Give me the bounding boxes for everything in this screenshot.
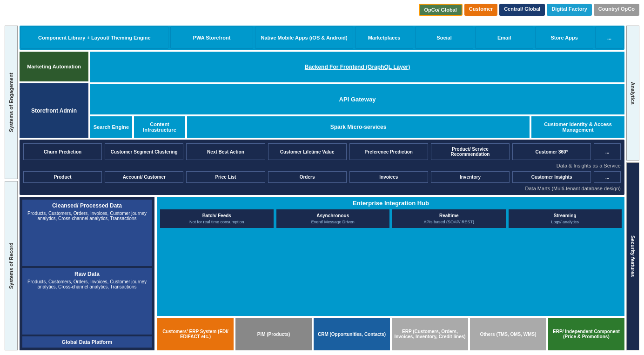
data-insights-row: Churn Prediction Customer Segment Cluste… <box>23 143 621 160</box>
chip-segment: Customer Segment Clustering <box>105 143 183 160</box>
analytics-label: Analytics <box>626 26 639 161</box>
legend: OpCo/ Global Customer Central/ Global Di… <box>419 4 640 16</box>
record-label: Systems of Record <box>5 181 18 350</box>
ciam-box: Customer Identity & Access Management <box>531 116 624 138</box>
method-streaming: Streaming Logs/ analytics <box>509 209 622 228</box>
mart-customer-insights: Customer Insights <box>512 171 591 183</box>
method-async: Asynchronous Event/ Message Driven <box>276 209 390 228</box>
integration-methods: Batch/ Feeds Not for real time consumpti… <box>160 209 622 228</box>
record-section: Cleansed/ Processed Data Products, Custo… <box>20 197 624 350</box>
right-engagement: Backend For Frontend (GraphQL Layer) API… <box>90 52 624 138</box>
channel-bar: Component Library + Layout/ Theming Engi… <box>20 26 624 50</box>
mart-more: ... <box>594 171 621 183</box>
content-infra-box: Content Infrastructure <box>134 116 185 138</box>
bff-text: Backend For Frontend (GraphQL Layer) <box>305 64 410 70</box>
chip-preference: Preference Prediction <box>349 143 428 160</box>
integration-area: Enterprise Integration Hub Batch/ Feeds … <box>157 197 624 350</box>
gdp-cleansed-box: Cleansed/ Processed Data Products, Custo… <box>22 200 152 266</box>
erp-crm: CRM (Opportunities, Contacts) <box>314 318 390 350</box>
chip-customer360: Customer 360° <box>512 143 591 160</box>
api-gateway-bar: API Gateway <box>90 84 624 115</box>
gdp-raw-box: Raw Data Products, Customers, Orders, In… <box>22 268 152 335</box>
data-marts-label: Data Marts (Multi-tenant database design… <box>23 186 621 191</box>
data-section: Churn Prediction Customer Segment Cluste… <box>20 140 624 195</box>
channel-email: Email <box>475 27 533 49</box>
channel-pwa: PWA Storefront <box>170 27 254 49</box>
legend-country: Country/ OpCo <box>594 4 639 16</box>
search-engine-box: Search Engine <box>90 116 132 138</box>
global-data-platform: Cleansed/ Processed Data Products, Custo… <box>20 197 154 350</box>
channel-marketplaces: Marketplaces <box>355 27 413 49</box>
chip-next-best: Next Best Action <box>186 143 265 160</box>
enterprise-hub-title: Enterprise Integration Hub <box>160 200 622 207</box>
erp-others: Others (TMS, OMS, WMS) <box>470 318 546 350</box>
channel-component-library: Component Library + Layout/ Theming Engi… <box>20 27 168 49</box>
channel-social: Social <box>415 27 473 49</box>
security-label: Security features <box>626 162 639 350</box>
gdp-footer: Global Data Platform <box>22 336 152 348</box>
chip-product-rec: Product/ Service Recommendation <box>431 143 510 160</box>
legend-customer: Customer <box>464 4 497 16</box>
mart-account: Account/ Customer <box>105 171 183 183</box>
bff-bar: Backend For Frontend (GraphQL Layer) <box>90 52 624 82</box>
data-insights-label: Data & Insights as a Service <box>23 163 621 168</box>
erp-erp: ERP (Customers, Orders, Invoices, Invent… <box>392 318 468 350</box>
main-wrapper: Systems of Engagement Systems of Record … <box>5 26 639 350</box>
right-labels: Analytics Security features <box>626 26 639 350</box>
mart-pricelist: Price List <box>186 171 265 183</box>
engagement-section: Marketing Automation Storefront Admin Ba… <box>20 52 624 138</box>
left-labels: Systems of Engagement Systems of Record <box>5 26 18 350</box>
channel-store-apps: Store Apps <box>535 27 593 49</box>
channel-more: ... <box>595 27 624 49</box>
chip-more-insights: ... <box>594 143 621 160</box>
left-boxes: Marketing Automation Storefront Admin <box>20 52 88 138</box>
legend-central: Central/ Global <box>499 4 545 16</box>
data-marts-row: Product Account/ Customer Price List Ord… <box>23 171 621 183</box>
mart-product: Product <box>23 171 102 183</box>
chip-lifetime: Customer Lifetime Value <box>268 143 347 160</box>
marketing-automation-box: Marketing Automation <box>20 52 88 81</box>
engagement-label: Systems of Engagement <box>5 26 18 179</box>
erp-independent: ERP/ Independent Component (Price & Prom… <box>548 318 624 350</box>
mart-invoices: Invoices <box>349 171 428 183</box>
erp-customers: Customers' ERP System (EDI/ EDIFACT etc.… <box>157 318 234 350</box>
legend-digital: Digital Factory <box>547 4 591 16</box>
method-batch: Batch/ Feeds Not for real time consumpti… <box>160 209 274 228</box>
spark-micro-box: Spark Micro-services <box>187 116 530 138</box>
mart-inventory: Inventory <box>431 171 510 183</box>
chip-churn: Churn Prediction <box>23 143 102 160</box>
enterprise-hub: Enterprise Integration Hub Batch/ Feeds … <box>157 197 624 316</box>
erp-systems: Customers' ERP System (EDI/ EDIFACT etc.… <box>157 318 624 350</box>
channel-mobile: Native Mobile Apps (iOS & Android) <box>255 27 353 49</box>
method-realtime: Realtime APIs based (SOAP/ REST) <box>392 209 506 228</box>
content-area: Component Library + Layout/ Theming Engi… <box>20 26 624 350</box>
legend-opco: OpCo/ Global <box>419 4 463 16</box>
storefront-admin-box: Storefront Admin <box>20 83 88 138</box>
mart-orders: Orders <box>268 171 347 183</box>
erp-pim: PIM (Products) <box>235 318 312 350</box>
services-row: Search Engine Content Infrastructure Spa… <box>90 116 624 138</box>
